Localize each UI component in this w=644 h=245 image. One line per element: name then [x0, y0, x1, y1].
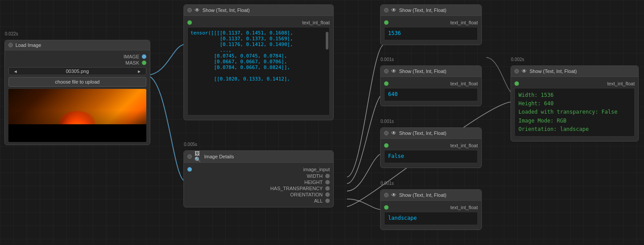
load-image-time: 0.022s [5, 31, 18, 36]
city-silhouette [8, 124, 146, 142]
show-transparency-eye-icon: 👁 [391, 130, 396, 136]
load-image-title: Load Image [15, 42, 41, 48]
show-tensor-node: 0.176s 👁 Show (Text, Int, Float) text_in… [183, 4, 334, 120]
height-output-row: HEIGHT [187, 180, 330, 185]
show-tensor-header: 👁 Show (Text, Int, Float) [184, 5, 333, 16]
show-height-title: Show (Text, Int, Float) [399, 69, 446, 74]
image-output-port[interactable] [142, 54, 146, 59]
show-width-time: 0.001s [381, 0, 394, 1]
show-all-body: text_int_float Width: 1536Height: 640Loa… [511, 77, 638, 141]
width-value-display: 1536 [384, 27, 478, 40]
all-input-port[interactable] [514, 81, 519, 86]
orientation-value-display: landscape [384, 212, 478, 225]
show-width-status-dot [384, 8, 389, 12]
transparency-input-label: text_int_float [450, 143, 478, 148]
image-details-title: Image Details [204, 154, 234, 159]
load-image-body: IMAGE MASK ◄ 00305.png ► choose file to … [5, 50, 150, 145]
mask-output-label: MASK [126, 60, 139, 65]
show-width-header: 👁 Show (Text, Int, Float) [381, 5, 481, 16]
height-input-label: text_int_float [450, 81, 478, 86]
load-image-status-dot [8, 43, 13, 47]
show-transparency-status-dot [384, 131, 389, 135]
prev-image-btn[interactable]: ◄ [11, 69, 19, 74]
orientation-input-row: text_int_float [384, 205, 478, 210]
eye-icon: 👁 [194, 7, 200, 13]
all-input-label: text_int_float [607, 81, 635, 86]
transparency-input-row: text_int_float [384, 143, 478, 148]
show-tensor-time: 0.176s [184, 0, 197, 1]
show-orientation-eye-icon: 👁 [391, 192, 396, 198]
transparency-input-port[interactable] [384, 143, 389, 148]
transparency-output-row: HAS_TRANSPARENCY [187, 186, 330, 191]
width-input-row: text_int_float [384, 20, 478, 25]
show-all-time: 0.002s [511, 57, 524, 62]
height-input-port[interactable] [384, 81, 389, 86]
width-label: WIDTH [307, 173, 323, 179]
show-transparency-time: 0.001s [381, 119, 394, 124]
show-height-node: 0.001s 👁 Show (Text, Int, Float) text_in… [380, 65, 482, 106]
show-width-eye-icon: 👁 [391, 7, 396, 13]
height-label: HEIGHT [304, 180, 323, 185]
show-height-status-dot [384, 69, 389, 73]
image-details-status-dot [187, 154, 192, 159]
tensor-input-label: text_int_float [302, 20, 330, 25]
image-details-time: 0.005s [184, 142, 197, 147]
width-input-label: text_int_float [450, 20, 478, 25]
tensor-scrollbar[interactable] [326, 32, 328, 50]
show-all-eye-icon: 👁 [522, 68, 527, 74]
show-height-eye-icon: 👁 [391, 68, 396, 74]
show-tensor-title: Show (Text, Int, Float) [202, 8, 250, 13]
all-input-row: text_int_float [514, 81, 635, 86]
show-all-status-dot [514, 69, 519, 73]
orientation-input-port[interactable] [384, 205, 389, 210]
show-transparency-title: Show (Text, Int, Float) [399, 130, 446, 136]
mask-output-port[interactable] [142, 61, 146, 65]
orientation-label: ORIENTATION [290, 192, 323, 197]
show-height-body: text_int_float 640 [381, 77, 481, 106]
show-tensor-body: text_int_float tensor([[[[0.1137, 0.1451… [184, 16, 333, 120]
show-transparency-node: 0.001s 👁 Show (Text, Int, Float) text_in… [380, 127, 482, 168]
image-output-label: IMAGE [124, 54, 139, 59]
show-width-body: text_int_float 1536 [381, 16, 481, 45]
show-height-time: 0.001s [381, 57, 394, 62]
image-input-label: image_input [303, 167, 330, 172]
width-input-port[interactable] [384, 20, 389, 25]
image-details-header: 🖼🔍 Image Details [184, 151, 333, 163]
show-transparency-body: text_int_float False [381, 139, 481, 168]
image-preview [8, 89, 146, 142]
tensor-input-port[interactable] [187, 20, 192, 25]
show-orientation-body: text_int_float landscape [381, 201, 481, 230]
image-details-node: 0.005s 🖼🔍 Image Details image_input WIDT… [183, 150, 334, 207]
show-all-header: 👁 Show (Text, Int, Float) [511, 66, 638, 77]
tensor-value: tensor([[[[0.1137, 0.1451, 0.1608], [0.1… [191, 30, 293, 82]
show-all-node: 0.002s 👁 Show (Text, Int, Float) text_in… [511, 65, 639, 142]
orientation-port[interactable] [325, 192, 330, 197]
image-details-icon: 🖼🔍 [194, 153, 202, 160]
tensor-input-row: text_int_float [187, 20, 330, 25]
transparency-value-display: False [384, 150, 478, 163]
orientation-output-row: ORIENTATION [187, 192, 330, 197]
transparency-port[interactable] [325, 186, 330, 191]
choose-file-button[interactable]: choose file to upload [8, 77, 146, 87]
show-orientation-header: 👁 Show (Text, Int, Float) [381, 190, 481, 201]
orientation-input-label: text_int_float [450, 205, 478, 210]
image-selector[interactable]: ◄ 00305.png ► [8, 67, 146, 75]
show-height-header: 👁 Show (Text, Int, Float) [381, 66, 481, 77]
show-orientation-title: Show (Text, Int, Float) [399, 192, 446, 198]
image-input-row: image_input [187, 167, 330, 172]
show-transparency-header: 👁 Show (Text, Int, Float) [381, 128, 481, 139]
all-port[interactable] [325, 199, 330, 203]
show-orientation-node: 0.001s 👁 Show (Text, Int, Float) text_in… [380, 189, 482, 230]
height-port[interactable] [325, 180, 330, 184]
all-value-display: Width: 1536Height: 640Loaded with transp… [514, 88, 635, 137]
height-value-display: 640 [384, 88, 478, 101]
all-output-row: ALL [187, 198, 330, 203]
width-port[interactable] [325, 174, 330, 178]
mask-output-row: MASK [8, 60, 146, 65]
show-width-node: 0.001s 👁 Show (Text, Int, Float) text_in… [380, 4, 482, 45]
height-input-row: text_int_float [384, 81, 478, 86]
load-image-node: 0.022s Load Image IMAGE MASK ◄ 00305.png… [4, 40, 150, 145]
image-input-port[interactable] [187, 167, 192, 172]
show-all-title: Show (Text, Int, Float) [530, 69, 577, 74]
next-image-btn[interactable]: ► [135, 69, 143, 74]
